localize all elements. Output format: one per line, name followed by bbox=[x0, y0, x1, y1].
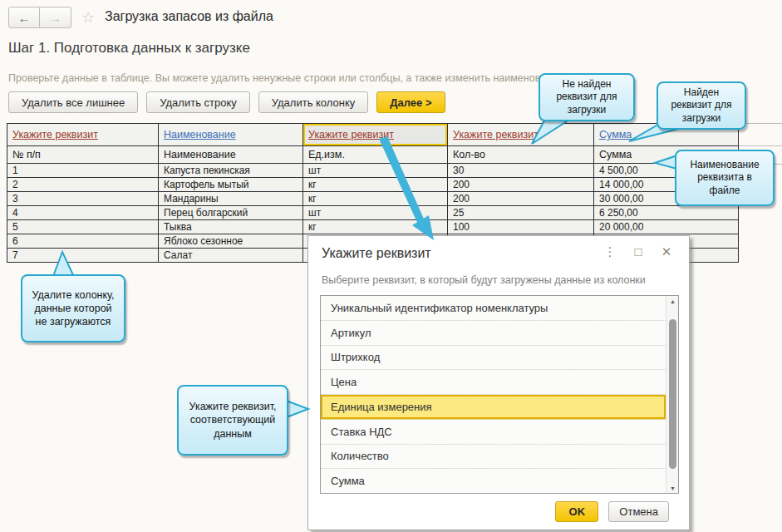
cell[interactable]: 3 bbox=[7, 192, 159, 206]
column-to-dialog-arrow bbox=[366, 131, 449, 248]
list-item[interactable]: Цена bbox=[321, 370, 666, 395]
cell[interactable]: Салат bbox=[159, 249, 303, 263]
list-item[interactable]: Уникальный идентификатор номенклатуры bbox=[321, 296, 666, 321]
history-nav: ← → bbox=[8, 7, 71, 28]
cell[interactable]: 200 bbox=[448, 192, 594, 206]
callout-attr-name-in-file: Наименование реквизита в файле bbox=[675, 150, 775, 206]
list-item[interactable]: Ставка НДС bbox=[321, 420, 666, 445]
attr-cell: Наименование bbox=[159, 124, 303, 146]
attr-cell: Укажите реквизит bbox=[7, 124, 159, 146]
cell[interactable]: 1 bbox=[7, 164, 159, 178]
cell[interactable]: 2 bbox=[7, 178, 159, 192]
cell[interactable]: Яблоко сезонное bbox=[159, 234, 303, 249]
back-arrow-icon: ← bbox=[18, 11, 31, 25]
cell[interactable]: 4 bbox=[7, 206, 159, 220]
close-icon[interactable]: ✕ bbox=[659, 244, 674, 259]
favorite-star-icon[interactable]: ☆ bbox=[81, 8, 95, 27]
scroll-thumb[interactable] bbox=[669, 319, 676, 469]
callout-not-found: Не найден реквизит для загрузки bbox=[539, 73, 635, 121]
callout-delete-column-hint: Удалите колонку, данные которой не загру… bbox=[21, 274, 125, 342]
cell[interactable]: Перец болгарский bbox=[159, 206, 303, 220]
attribute-dialog: Укажите реквизит ⋮ □ ✕ Выберите реквизит… bbox=[307, 235, 690, 530]
ok-button[interactable]: OK bbox=[555, 501, 598, 522]
delete-column-button[interactable]: Удалить колонку bbox=[258, 91, 369, 113]
delete-row-button[interactable]: Удалить строку bbox=[146, 91, 250, 113]
file-header-cell[interactable]: Наименование bbox=[159, 146, 303, 164]
list-item[interactable]: Штрихкод bbox=[321, 346, 666, 371]
list-scrollbar[interactable]: ▲ ▼ bbox=[666, 296, 678, 493]
cell[interactable]: 30 bbox=[448, 164, 594, 178]
scroll-up-icon[interactable]: ▲ bbox=[666, 296, 679, 306]
app-window: ← → ☆ Загрузка запасов из файла Шаг 1. П… bbox=[0, 0, 782, 532]
attr-link-col1[interactable]: Укажите реквизит bbox=[12, 129, 98, 140]
list-item[interactable]: Сумма bbox=[321, 469, 666, 493]
cell[interactable]: Тыква bbox=[159, 220, 303, 234]
attr-link-col2[interactable]: Наименование bbox=[164, 129, 236, 140]
toolbar: Удалить все лишнее Удалить строку Удалит… bbox=[8, 91, 445, 113]
list-item-selected[interactable]: Единица измерения bbox=[321, 395, 666, 420]
grid-line bbox=[738, 145, 782, 146]
scroll-down-icon[interactable]: ▼ bbox=[666, 483, 679, 493]
attribute-list-items: Уникальный идентификатор номенклатуры Ар… bbox=[321, 296, 666, 493]
page-title: Загрузка запасов из файла bbox=[105, 9, 273, 24]
forward-button[interactable]: → bbox=[40, 7, 71, 28]
delete-all-button[interactable]: Удалить все лишнее bbox=[8, 91, 138, 113]
back-button[interactable]: ← bbox=[8, 7, 40, 28]
maximize-icon[interactable]: □ bbox=[631, 244, 646, 259]
step-heading: Шаг 1. Подготовка данных к загрузке bbox=[8, 40, 250, 57]
cell[interactable]: Картофель мытый bbox=[159, 178, 303, 192]
cancel-button[interactable]: Отмена bbox=[608, 501, 669, 522]
cell[interactable]: 5 bbox=[7, 220, 159, 234]
cell[interactable]: Мандарины bbox=[159, 192, 303, 206]
cell[interactable]: 25 bbox=[448, 206, 594, 220]
attribute-list: Уникальный идентификатор номенклатуры Ар… bbox=[320, 295, 679, 494]
kebab-menu-icon[interactable]: ⋮ bbox=[602, 244, 617, 259]
cell[interactable]: 200 bbox=[448, 178, 594, 192]
list-item[interactable]: Количество bbox=[321, 445, 666, 470]
forward-arrow-icon: → bbox=[49, 11, 61, 25]
cell[interactable]: 6 250,00 bbox=[594, 206, 739, 220]
cell[interactable]: 100 bbox=[448, 220, 594, 234]
dialog-title: Укажите реквизит bbox=[322, 246, 431, 261]
dialog-subtitle: Выберите реквизит, в который будут загру… bbox=[322, 274, 646, 286]
cell[interactable]: 20 000,00 bbox=[594, 220, 739, 234]
callout-set-attr-hint: Укажите реквизит, соответствующий данным bbox=[177, 385, 288, 456]
next-button[interactable]: Далее > bbox=[376, 91, 445, 113]
dialog-buttons: OK Отмена bbox=[555, 501, 669, 522]
list-item[interactable]: Артикул bbox=[321, 321, 666, 346]
cell[interactable]: Капуста пекинская bbox=[159, 164, 303, 178]
callout-found: Найден реквизит для загрузки bbox=[657, 81, 746, 130]
dialog-controls: ⋮ □ ✕ bbox=[602, 244, 674, 259]
file-header-cell[interactable]: № п/п bbox=[7, 146, 159, 164]
